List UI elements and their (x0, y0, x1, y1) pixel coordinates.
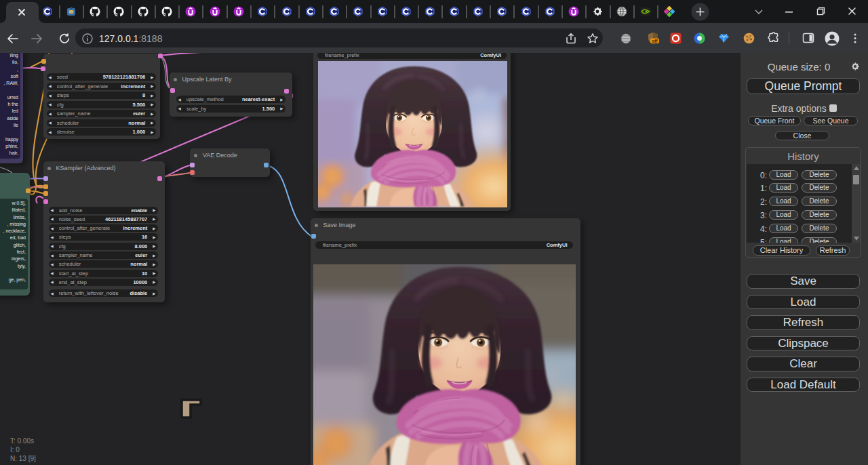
svg-text:off: off (652, 39, 658, 43)
